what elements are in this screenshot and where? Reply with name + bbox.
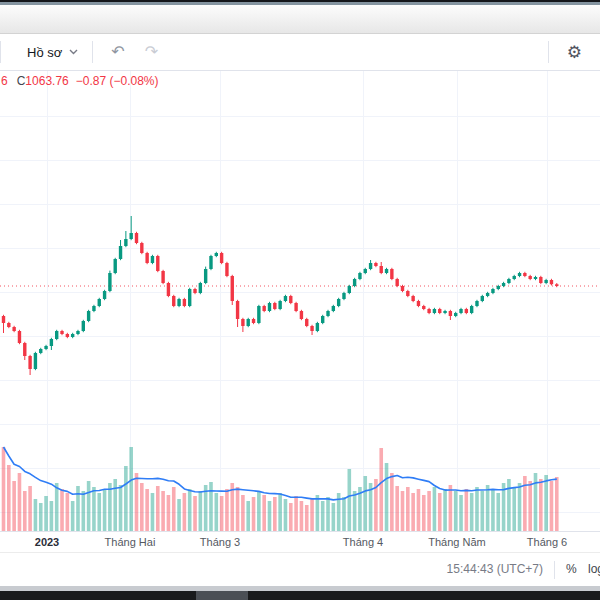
time-axis[interactable]: 2023Tháng HaiTháng 3Tháng 4Tháng NămThán… (0, 531, 600, 553)
axis-label-0: 2023 (35, 536, 59, 548)
chart-toolbar: Hồ sơ ↶ ↷ ⚙ (0, 34, 600, 71)
app-window: Hồ sơ ↶ ↷ ⚙ 6C1063.76−0.87 (−0.08%) 2023… (0, 0, 600, 600)
axis-label-4: Tháng Năm (428, 536, 485, 548)
profile-dropdown-button[interactable]: Hồ sơ (13, 37, 92, 67)
redo-icon[interactable]: ↷ (135, 40, 168, 64)
chevron-down-icon (69, 49, 78, 55)
taskbar-strip (0, 591, 600, 600)
legend-close-value: 1063.76 (25, 74, 68, 88)
ohlc-legend: 6C1063.76−0.87 (−0.08%) (1, 74, 158, 88)
candlestick-volume-chart[interactable] (0, 71, 600, 533)
chart-pane[interactable] (0, 71, 600, 533)
gear-icon[interactable]: ⚙ (557, 40, 592, 65)
log-scale-button[interactable]: log (584, 559, 600, 579)
browser-chrome-bar (0, 5, 600, 34)
legend-clipped-fragment: 6 (1, 74, 8, 88)
toolbar-separator (92, 41, 93, 63)
undo-icon[interactable]: ↶ (101, 40, 134, 64)
status-separator (554, 561, 555, 579)
status-bar: 15:44:43 (UTC+7) % log (0, 552, 600, 587)
axis-label-5: Tháng 6 (527, 536, 567, 548)
toolbar-separator (0, 41, 1, 63)
percent-scale-button[interactable]: % (562, 559, 581, 579)
axis-label-1: Tháng Hai (105, 536, 156, 548)
legend-change: −0.87 (−0.08%) (76, 74, 159, 88)
axis-label-2: Tháng 3 (200, 536, 240, 548)
toolbar-separator (548, 41, 549, 63)
clock-label: 15:44:43 (UTC+7) (447, 562, 543, 576)
axis-label-3: Tháng 4 (343, 536, 383, 548)
profile-dropdown-label: Hồ sơ (27, 45, 62, 60)
taskbar-segment (196, 591, 248, 600)
